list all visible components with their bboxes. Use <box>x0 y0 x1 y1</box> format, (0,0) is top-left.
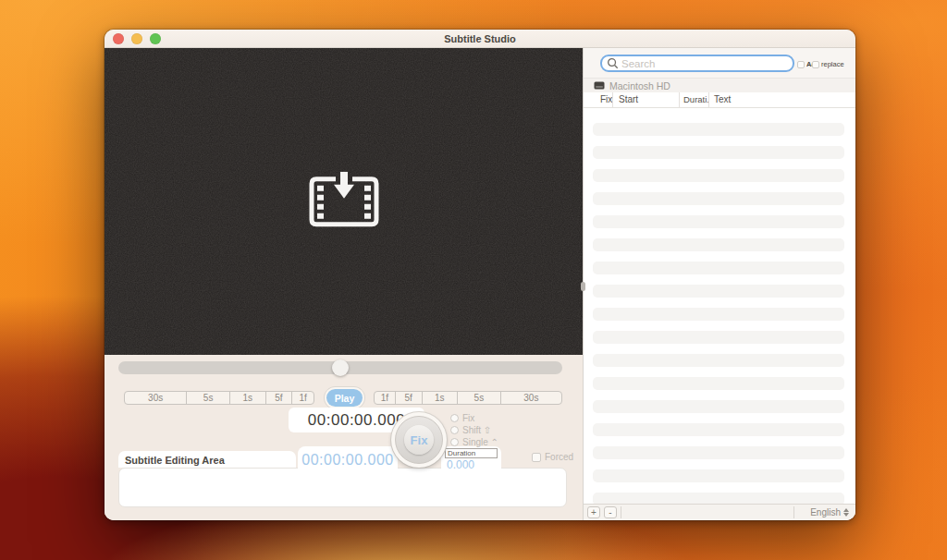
subtitle-list-pane: Aa replace Macintosh HD Fix Start Durati… <box>583 48 855 520</box>
jump-back-5s-button[interactable]: 5s <box>187 392 230 404</box>
forced-checkbox-group: Forced <box>532 452 573 462</box>
jump-back-1f-button[interactable]: 1f <box>292 392 314 404</box>
subtitle-start-timecode[interactable]: 00:00:00.000 <box>298 446 398 472</box>
footer-divider <box>793 506 794 518</box>
radio-single[interactable]: Single ⌃ <box>450 436 498 448</box>
column-header-fix[interactable]: Fix <box>584 92 613 107</box>
list-footer: + - English <box>584 504 855 520</box>
traffic-lights <box>113 33 161 44</box>
fix-button-label: Fix <box>404 425 434 455</box>
table-row <box>593 262 844 274</box>
source-item-macintosh-hd[interactable]: Macintosh HD <box>584 78 855 92</box>
language-popup[interactable]: English <box>810 505 849 520</box>
minimize-button[interactable] <box>131 33 142 44</box>
timeline-scrubber[interactable] <box>118 361 562 374</box>
search-input[interactable] <box>621 58 793 69</box>
subtitle-table-rows <box>584 108 855 504</box>
jump-forward-group: 1f5f1s5s30s <box>374 391 562 405</box>
scrubber-thumb[interactable] <box>332 359 349 376</box>
pane-splitter-handle[interactable] <box>581 282 585 291</box>
language-label: English <box>810 507 841 517</box>
search-icon <box>607 57 619 69</box>
jump-back-30s-button[interactable]: 30s <box>125 392 187 404</box>
forced-checkbox[interactable] <box>532 453 541 462</box>
jump-back-5f-button[interactable]: 5f <box>266 392 293 404</box>
jump-back-1s-button[interactable]: 1s <box>230 392 266 404</box>
table-row <box>593 423 844 436</box>
video-preview-dropzone[interactable] <box>105 48 583 355</box>
match-case-checkbox[interactable] <box>797 61 805 68</box>
duration-value[interactable]: 0.000 <box>441 458 501 472</box>
table-row <box>593 308 844 321</box>
desktop-wallpaper: Subtitle Studio <box>0 0 947 560</box>
table-row <box>593 169 844 182</box>
duration-label: Duration <box>445 448 498 458</box>
jump-back-group: 30s5s1s5f1f <box>124 391 314 405</box>
duration-tab: Duration 0.000 <box>441 446 501 472</box>
fix-mode-radios: FixShift ⇧Single ⌃ <box>450 412 498 448</box>
table-row <box>593 123 844 136</box>
table-row <box>593 146 844 159</box>
table-row <box>593 354 844 367</box>
search-field[interactable] <box>600 55 794 72</box>
popup-chevrons-icon <box>843 508 849 517</box>
radio-circle-icon <box>450 438 459 446</box>
radio-label: Shift ⇧ <box>462 425 491 435</box>
replace-label: replace <box>821 60 844 68</box>
jump-forward-5f-button[interactable]: 5f <box>396 392 423 404</box>
jump-forward-30s-button[interactable]: 30s <box>501 392 561 404</box>
table-row <box>593 215 844 228</box>
app-window: Subtitle Studio <box>105 30 855 520</box>
table-row <box>593 377 844 390</box>
radio-label: Single ⌃ <box>462 437 498 447</box>
table-row <box>593 192 844 205</box>
table-row <box>593 238 844 251</box>
radio-circle-icon <box>450 414 459 422</box>
subtitle-editing-area-label: Subtitle Editing Area <box>118 451 296 470</box>
radio-shift[interactable]: Shift ⇧ <box>450 424 498 436</box>
video-import-icon <box>307 172 381 229</box>
replace-group: replace <box>812 60 844 68</box>
zoom-button[interactable] <box>150 33 161 44</box>
close-button[interactable] <box>113 33 124 44</box>
subtitle-table-header: Fix Start Durati... Text <box>584 92 855 108</box>
fix-button-ring: Fix <box>395 416 443 464</box>
table-row <box>593 469 844 482</box>
subtitle-text-input[interactable] <box>118 468 567 507</box>
replace-checkbox[interactable] <box>812 61 819 68</box>
disk-icon <box>594 80 605 91</box>
transport-controls: 30s5s1s5f1f Play 1f5f1s5s30s 00:00:00.00… <box>105 355 583 520</box>
jump-forward-1s-button[interactable]: 1s <box>423 392 459 404</box>
remove-subtitle-button[interactable]: - <box>604 506 617 518</box>
subtitle-editing-area-tab: Subtitle Editing Area <box>118 451 296 468</box>
footer-divider <box>621 506 621 518</box>
column-header-start[interactable]: Start <box>613 92 680 107</box>
fix-button[interactable]: Fix <box>391 412 447 468</box>
window-title: Subtitle Studio <box>105 30 855 48</box>
radio-label: Fix <box>462 413 474 423</box>
column-header-text[interactable]: Text <box>709 92 855 107</box>
forced-label: Forced <box>545 452 573 462</box>
search-bar-row: Aa replace <box>584 48 855 78</box>
radio-fix[interactable]: Fix <box>450 412 498 424</box>
table-row <box>593 285 844 298</box>
table-row <box>593 331 844 344</box>
radio-circle-icon <box>450 426 459 434</box>
source-name: Macintosh HD <box>609 80 670 91</box>
table-row <box>593 493 844 504</box>
jump-forward-5s-button[interactable]: 5s <box>458 392 501 404</box>
jump-forward-1f-button[interactable]: 1f <box>375 392 396 404</box>
table-row <box>593 446 844 459</box>
table-row <box>593 400 844 413</box>
column-header-duration[interactable]: Durati... <box>680 92 709 107</box>
play-button[interactable]: Play <box>326 389 363 407</box>
player-pane: 30s5s1s5f1f Play 1f5f1s5s30s 00:00:00.00… <box>105 48 583 520</box>
window-titlebar[interactable]: Subtitle Studio <box>105 30 855 48</box>
add-subtitle-button[interactable]: + <box>587 506 600 518</box>
